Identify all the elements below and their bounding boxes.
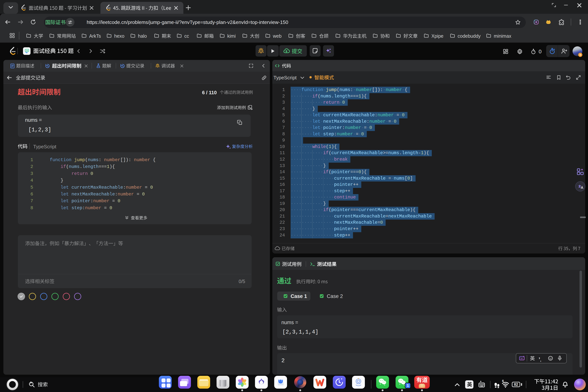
svg-text:TOP: TOP xyxy=(26,50,28,52)
